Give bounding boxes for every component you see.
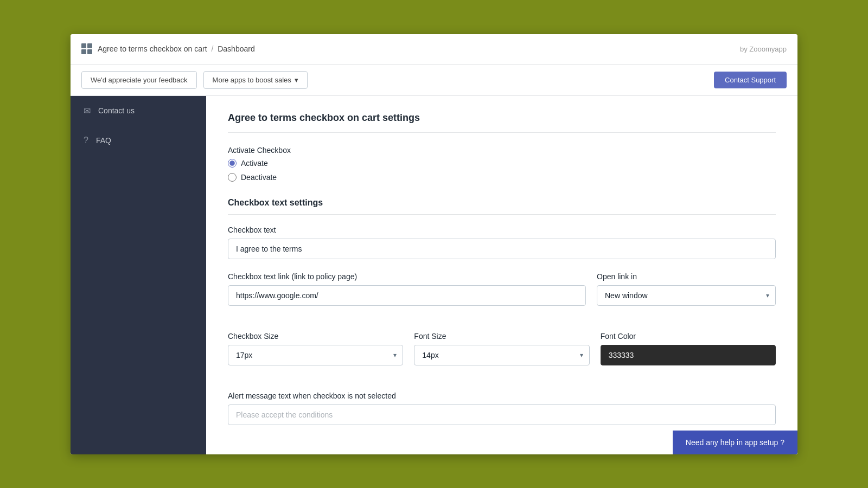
font-size-group: Font Size 12px 13px 14px 15px 16px: [414, 332, 589, 365]
help-setup-button[interactable]: Need any help in app setup ?: [673, 431, 797, 454]
font-size-label: Font Size: [414, 332, 589, 341]
link-label: Checkbox text link (link to policy page): [228, 272, 586, 281]
open-link-select-wrapper: New window Same window: [597, 285, 776, 306]
toolbar: We'd appreciate your feedback More apps …: [71, 65, 797, 96]
open-link-select[interactable]: New window Same window: [597, 285, 776, 306]
sidebar-faq-label: FAQ: [96, 136, 111, 145]
main-content: Agree to terms checkbox on cart settings…: [206, 96, 797, 454]
radio-deactivate-input[interactable]: [228, 173, 237, 182]
link-input[interactable]: [228, 285, 586, 306]
alert-message-input[interactable]: [228, 404, 776, 425]
activate-section: Activate Checkbox Activate Deactivate: [228, 146, 776, 182]
more-apps-button[interactable]: More apps to boost sales ▾: [203, 71, 308, 89]
checkbox-text-group: Checkbox text: [228, 226, 776, 259]
checkbox-text-settings-title: Checkbox text settings: [228, 198, 776, 215]
breadcrumb: Agree to terms checkbox on cart / Dashbo…: [98, 44, 255, 53]
envelope-icon: ✉: [84, 106, 91, 116]
radio-group: Activate Deactivate: [228, 159, 776, 182]
font-color-label: Font Color: [601, 332, 776, 341]
radio-activate-label: Activate: [241, 159, 268, 168]
breadcrumb-page: Dashboard: [218, 44, 255, 53]
sidebar-contact-us-label: Contact us: [98, 106, 135, 115]
app-header: Agree to terms checkbox on cart / Dashbo…: [71, 34, 797, 65]
app-container: Agree to terms checkbox on cart / Dashbo…: [71, 34, 797, 454]
radio-activate[interactable]: Activate: [228, 159, 776, 168]
sidebar: ✉ Contact us ? FAQ: [71, 96, 206, 454]
more-apps-label: More apps to boost sales: [213, 76, 291, 84]
activate-title: Activate Checkbox: [228, 146, 776, 155]
layout: ✉ Contact us ? FAQ Agree to terms checkb…: [71, 96, 797, 454]
sidebar-item-faq[interactable]: ? FAQ: [71, 126, 206, 155]
font-color-group: Font Color 333333: [601, 332, 776, 365]
checkbox-text-input[interactable]: [228, 239, 776, 259]
grid-icon: [81, 43, 92, 54]
font-size-select[interactable]: 12px 13px 14px 15px 16px: [414, 345, 589, 365]
checkbox-size-label: Checkbox Size: [228, 332, 403, 341]
dropdown-arrow-icon: ▾: [295, 76, 298, 84]
link-row: Checkbox text link (link to policy page)…: [228, 272, 776, 319]
alert-message-group: Alert message text when checkbox is not …: [228, 391, 776, 425]
radio-activate-input[interactable]: [228, 159, 237, 168]
open-link-label: Open link in: [597, 272, 776, 281]
contact-support-button[interactable]: Contact Support: [714, 72, 787, 88]
feedback-button[interactable]: We'd appreciate your feedback: [81, 71, 197, 89]
font-size-select-wrapper: 12px 13px 14px 15px 16px: [414, 345, 589, 365]
page-title: Agree to terms checkbox on cart settings: [228, 112, 776, 133]
question-icon: ?: [84, 136, 88, 145]
sidebar-item-contact-us[interactable]: ✉ Contact us: [71, 96, 206, 126]
checkbox-text-label: Checkbox text: [228, 226, 776, 234]
breadcrumb-separator: /: [211, 44, 213, 53]
font-color-input[interactable]: 333333: [601, 345, 776, 365]
checkbox-size-select-wrapper: 14px 15px 16px 17px 18px: [228, 345, 403, 365]
checkbox-size-select[interactable]: 14px 15px 16px 17px 18px: [228, 345, 403, 365]
size-color-row: Checkbox Size 14px 15px 16px 17px 18px F…: [228, 332, 776, 378]
by-label: by Zooomyapp: [740, 45, 787, 53]
header-left: Agree to terms checkbox on cart / Dashbo…: [81, 43, 255, 54]
radio-deactivate-label: Deactivate: [241, 173, 277, 182]
alert-message-label: Alert message text when checkbox is not …: [228, 391, 776, 400]
link-group: Checkbox text link (link to policy page): [228, 272, 586, 306]
checkbox-size-group: Checkbox Size 14px 15px 16px 17px 18px: [228, 332, 403, 365]
open-link-group: Open link in New window Same window: [597, 272, 776, 306]
radio-deactivate[interactable]: Deactivate: [228, 173, 776, 182]
breadcrumb-app: Agree to terms checkbox on cart: [98, 44, 207, 53]
